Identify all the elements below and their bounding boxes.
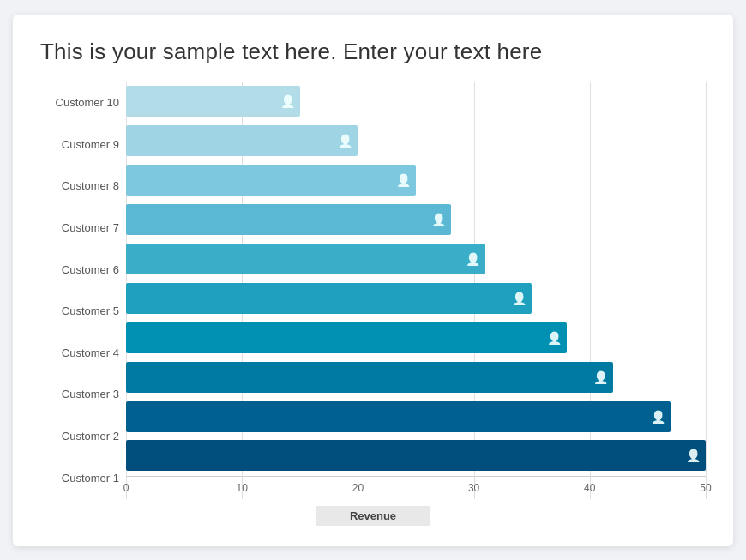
x-tick: 50 — [700, 482, 711, 494]
bar: 👤 — [126, 440, 706, 471]
bar: 👤 — [126, 86, 300, 117]
bar-row: 👤 — [126, 438, 706, 473]
bar-row: 👤 — [126, 360, 706, 394]
bar-row: 👤 — [126, 281, 706, 316]
bar-row: 👤 — [126, 321, 706, 355]
page-title: This is your sample text here. Enter you… — [40, 39, 706, 65]
person-icon: 👤 — [396, 173, 411, 187]
y-label: Customer 8 — [40, 167, 119, 205]
bar-row: 👤 — [126, 84, 706, 118]
bars-container: 👤👤👤👤👤👤👤👤👤👤 — [126, 82, 706, 476]
grid-line — [706, 82, 707, 499]
person-icon: 👤 — [466, 252, 480, 266]
bar: 👤 — [126, 125, 358, 156]
bar: 👤 — [126, 322, 567, 353]
bar-row: 👤 — [126, 242, 706, 276]
y-axis-labels: Customer 10Customer 9Customer 8Customer … — [40, 82, 126, 499]
person-icon: 👤 — [593, 370, 608, 384]
bar-row: 👤 — [126, 163, 706, 197]
person-icon: 👤 — [338, 134, 352, 148]
x-label-container: Revenue — [40, 506, 706, 526]
bar: 👤 — [126, 401, 671, 432]
y-label: Customer 3 — [40, 376, 119, 413]
y-label: Customer 2 — [40, 418, 119, 455]
bar-row: 👤 — [126, 123, 706, 158]
y-label: Customer 6 — [40, 250, 119, 288]
x-axis-label: Revenue — [316, 506, 430, 526]
bar: 👤 — [126, 283, 532, 314]
person-icon: 👤 — [280, 94, 295, 108]
y-label: Customer 7 — [40, 209, 119, 247]
chart-area: Customer 10Customer 9Customer 8Customer … — [40, 82, 706, 526]
x-axis: 01020304050 — [126, 482, 706, 499]
person-icon: 👤 — [512, 292, 526, 305]
person-icon: 👤 — [547, 331, 562, 345]
bar-row: 👤 — [126, 400, 706, 434]
person-icon: 👤 — [686, 449, 701, 462]
x-tick: 20 — [352, 482, 364, 494]
chart-card: This is your sample text here. Enter you… — [13, 15, 733, 546]
y-label: Customer 5 — [40, 292, 119, 330]
bar: 👤 — [126, 362, 613, 393]
x-tick: 30 — [468, 482, 479, 494]
y-label: Customer 9 — [40, 125, 119, 163]
x-tick: 10 — [237, 482, 248, 494]
bar: 👤 — [126, 244, 485, 274]
chart-body: Customer 10Customer 9Customer 8Customer … — [40, 82, 706, 499]
bar: 👤 — [126, 204, 451, 235]
person-icon: 👤 — [431, 213, 446, 226]
y-label: Customer 10 — [40, 84, 119, 122]
bar-row: 👤 — [126, 202, 706, 237]
person-icon: 👤 — [651, 410, 665, 424]
y-label: Customer 1 — [40, 459, 119, 497]
bars-and-grid: 👤👤👤👤👤👤👤👤👤👤 01020304050 — [126, 82, 706, 499]
bar: 👤 — [126, 165, 416, 196]
x-tick: 40 — [584, 482, 595, 494]
y-label: Customer 4 — [40, 334, 119, 371]
x-tick: 0 — [123, 482, 129, 494]
